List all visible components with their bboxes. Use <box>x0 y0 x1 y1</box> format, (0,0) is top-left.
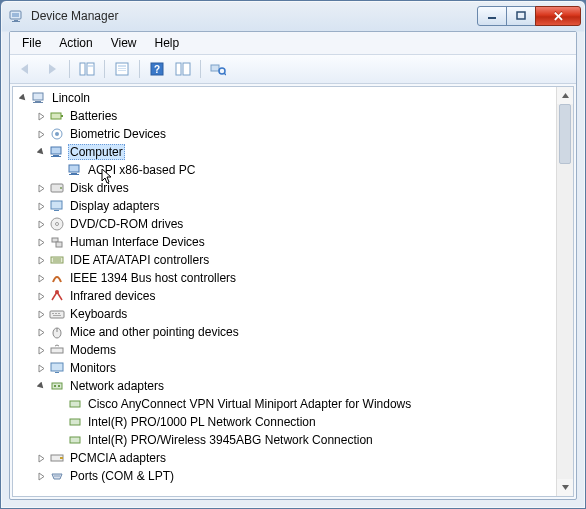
minimize-button[interactable] <box>477 6 507 26</box>
tree-label: Disk drives <box>68 180 131 196</box>
svg-rect-53 <box>51 363 63 371</box>
toolbar-separator <box>104 60 105 78</box>
titlebar[interactable]: Device Manager ✕ <box>1 1 585 31</box>
collapse-icon[interactable] <box>35 380 47 392</box>
tree-node-computer[interactable]: Computer ACPI x86-based PC <box>33 143 556 179</box>
svg-rect-41 <box>51 257 63 263</box>
svg-rect-20 <box>33 93 43 100</box>
tree-node-network[interactable]: Network adapters Cisco AnyConnect VPN Vi… <box>33 377 556 449</box>
tree-node-disk[interactable]: Disk drives <box>33 179 556 197</box>
scroll-down-button[interactable] <box>557 479 573 496</box>
svg-line-19 <box>224 73 226 75</box>
expand-icon[interactable] <box>35 326 47 338</box>
tree-node-acpi-pc[interactable]: ACPI x86-based PC <box>51 161 556 179</box>
tree-node-batteries[interactable]: Batteries <box>33 107 556 125</box>
svg-rect-59 <box>70 419 80 425</box>
tree-node-dvd[interactable]: DVD/CD-ROM drives <box>33 215 556 233</box>
controller-icon <box>49 252 65 268</box>
menu-action[interactable]: Action <box>51 34 100 52</box>
collapse-icon[interactable] <box>17 92 29 104</box>
collapse-icon[interactable] <box>35 146 47 158</box>
expand-icon[interactable] <box>35 236 47 248</box>
device-tree[interactable]: Lincoln Batteries Biometric Devices Comp… <box>13 87 556 496</box>
expand-icon[interactable] <box>35 254 47 266</box>
svg-rect-5 <box>517 12 525 19</box>
menu-view[interactable]: View <box>103 34 145 52</box>
properties-button[interactable] <box>110 58 134 80</box>
vertical-scrollbar[interactable] <box>556 87 573 496</box>
tree-node-modems[interactable]: Modems <box>33 341 556 359</box>
expand-icon[interactable] <box>35 272 47 284</box>
window-controls: ✕ <box>478 6 581 26</box>
svg-rect-47 <box>55 313 57 314</box>
toolbar-separator <box>200 60 201 78</box>
show-hidden-button[interactable] <box>171 58 195 80</box>
expand-icon[interactable] <box>35 182 47 194</box>
tree-node-infrared[interactable]: Infrared devices <box>33 287 556 305</box>
tree-node-hid[interactable]: Human Interface Devices <box>33 233 556 251</box>
svg-rect-52 <box>51 348 63 353</box>
expand-icon[interactable] <box>35 452 47 464</box>
tree-node-keyboards[interactable]: Keyboards <box>33 305 556 323</box>
expand-icon[interactable] <box>35 344 47 356</box>
svg-rect-22 <box>33 102 43 103</box>
expand-icon[interactable] <box>35 110 47 122</box>
expand-icon[interactable] <box>35 470 47 482</box>
tree-node-display[interactable]: Display adapters <box>33 197 556 215</box>
svg-rect-48 <box>58 313 60 314</box>
scroll-thumb[interactable] <box>559 104 571 164</box>
tree-node-mice[interactable]: Mice and other pointing devices <box>33 323 556 341</box>
expand-icon[interactable] <box>35 290 47 302</box>
tree-node-net-intel-1000[interactable]: Intel(R) PRO/1000 PL Network Connection <box>51 413 556 431</box>
tree-node-biometric[interactable]: Biometric Devices <box>33 125 556 143</box>
expand-icon[interactable] <box>35 362 47 374</box>
tree-node-net-cisco[interactable]: Cisco AnyConnect VPN Virtual Miniport Ad… <box>51 395 556 413</box>
tree-node-ide[interactable]: IDE ATA/ATAPI controllers <box>33 251 556 269</box>
display-icon <box>49 198 65 214</box>
tree-node-net-intel-wireless[interactable]: Intel(R) PRO/Wireless 3945ABG Network Co… <box>51 431 556 449</box>
maximize-button[interactable] <box>506 6 536 26</box>
expand-icon[interactable] <box>35 128 47 140</box>
tree-label: Lincoln <box>50 90 92 106</box>
svg-rect-16 <box>183 63 190 75</box>
help-button[interactable]: ? <box>145 58 169 80</box>
window-body: File Action View Help ? <box>9 31 577 500</box>
svg-point-64 <box>56 475 57 476</box>
battery-icon <box>49 108 65 124</box>
close-button[interactable]: ✕ <box>535 6 581 26</box>
menu-file[interactable]: File <box>14 34 49 52</box>
svg-rect-45 <box>50 311 64 318</box>
svg-rect-11 <box>118 68 126 69</box>
scan-hardware-button[interactable] <box>206 58 230 80</box>
biometric-icon <box>49 126 65 142</box>
close-icon: ✕ <box>553 9 564 24</box>
computer-icon <box>49 144 65 160</box>
tree-node-pcmcia[interactable]: PCMCIA adapters <box>33 449 556 467</box>
keyboard-icon <box>49 306 65 322</box>
tree-node-ieee1394[interactable]: IEEE 1394 Bus host controllers <box>33 269 556 287</box>
svg-rect-23 <box>51 113 61 119</box>
svg-rect-35 <box>51 201 62 209</box>
svg-rect-2 <box>14 20 18 21</box>
tree-node-root[interactable]: Lincoln Batteries Biometric Devices Comp… <box>15 89 556 485</box>
expand-icon[interactable] <box>35 308 47 320</box>
svg-rect-15 <box>176 63 181 75</box>
expand-icon[interactable] <box>35 200 47 212</box>
svg-rect-21 <box>35 101 41 102</box>
svg-point-63 <box>54 475 55 476</box>
tree-label: ACPI x86-based PC <box>86 162 197 178</box>
tree-label: Ports (COM & LPT) <box>68 468 176 484</box>
pcmcia-icon <box>49 450 65 466</box>
tree-node-monitors[interactable]: Monitors <box>33 359 556 377</box>
ports-icon <box>49 468 65 484</box>
hid-icon <box>49 234 65 250</box>
show-hide-tree-button[interactable] <box>75 58 99 80</box>
svg-rect-55 <box>52 383 62 389</box>
expand-icon[interactable] <box>35 218 47 230</box>
firewire-icon <box>49 270 65 286</box>
scroll-up-button[interactable] <box>557 87 573 104</box>
tree-label: Display adapters <box>68 198 161 214</box>
tree-label: DVD/CD-ROM drives <box>68 216 185 232</box>
menu-help[interactable]: Help <box>147 34 188 52</box>
tree-node-ports[interactable]: Ports (COM & LPT) <box>33 467 556 485</box>
